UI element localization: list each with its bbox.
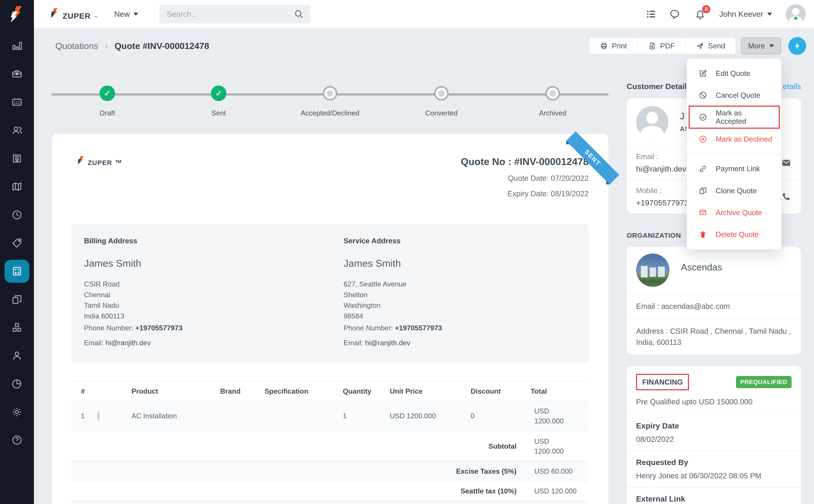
- menu-divider: [687, 154, 781, 154]
- menu-item-cancel-quote[interactable]: Cancel Quote: [687, 84, 781, 106]
- service-lines: 627, Seattle Avenue Shelton Washington 9…: [343, 280, 589, 320]
- quick-actions-button[interactable]: [788, 37, 806, 55]
- edit-icon: [699, 69, 707, 78]
- mobile-label: Mobile :: [636, 186, 689, 195]
- mobile-value: +19705577973: [636, 198, 689, 207]
- menu-item-label: Edit Quote: [716, 69, 750, 78]
- menu-item-edit-quote[interactable]: Edit Quote: [687, 63, 781, 84]
- breadcrumb-quotations[interactable]: Quotations: [55, 41, 98, 51]
- menu-item-delete-quote[interactable]: Delete Quote: [687, 224, 781, 245]
- cell-product: AC Installation: [131, 412, 220, 420]
- address-line: Shelton: [343, 291, 589, 299]
- total-row: Total USD 1380.000: [71, 501, 589, 504]
- menu-list-icon[interactable]: [646, 9, 657, 20]
- sidebar-item-help[interactable]: [0, 426, 34, 454]
- total-value: USD 1380.000: [531, 503, 589, 504]
- sidebar-item-schedule[interactable]: [0, 88, 34, 116]
- print-button[interactable]: Print: [589, 37, 638, 54]
- sidebar-item-reports[interactable]: [0, 370, 34, 398]
- step-pending-icon: [546, 86, 560, 101]
- financing-card: FINANCING PREQUALIFIED Pre Qualified upt…: [627, 366, 801, 504]
- expiry-date-value: 08/02/2022: [636, 435, 792, 444]
- menu-item-label: Cancel Quote: [716, 91, 761, 99]
- quote-status-stepper: ✓ Draft ✓ Sent Accepted/Declined Convert…: [52, 63, 609, 117]
- zuper-brand[interactable]: ZUPER™: [50, 8, 97, 21]
- lightning-icon: [793, 42, 801, 50]
- send-button[interactable]: Send: [686, 37, 736, 54]
- col-total: Total: [531, 387, 589, 395]
- menu-item-mark-as-accepted[interactable]: Mark as Accepted: [687, 106, 781, 128]
- address-line: Washington: [343, 302, 589, 309]
- sidebar-item-settings[interactable]: [0, 398, 34, 426]
- envelope-icon[interactable]: [781, 158, 791, 168]
- pdf-button[interactable]: PDF: [638, 37, 686, 54]
- phone-icon[interactable]: [781, 192, 791, 202]
- financing-expiry: Expiry Date 08/02/2022: [627, 415, 801, 451]
- external-link-label: External Link: [636, 494, 792, 503]
- line-items-table: # Product Brand Specification Quantity U…: [71, 381, 589, 504]
- organization-photo: [636, 254, 670, 287]
- customer-details-title: Customer Details: [627, 82, 691, 91]
- col-discount: Discount: [471, 387, 531, 395]
- step-check-icon: ✓: [100, 86, 115, 101]
- sidebar-item-pricebook[interactable]: [0, 229, 34, 257]
- cancel-icon: [699, 91, 707, 100]
- menu-item-clone-quote[interactable]: Clone Quote: [687, 180, 781, 202]
- customer-mobile-text: Mobile : +19705577973: [636, 186, 689, 207]
- chat-icon[interactable]: [670, 9, 681, 20]
- phone-label: Phone Number:: [343, 324, 393, 332]
- seattle-tax-value: USD 120.000: [531, 483, 589, 499]
- page-title: Quote #INV-000012478: [115, 41, 209, 51]
- trash-icon: [699, 230, 707, 239]
- billing-email: Email: hi@ranjith.dev: [84, 339, 330, 347]
- brand-tm: ™: [115, 159, 122, 167]
- col-quantity: Quantity: [343, 387, 390, 395]
- sidebar-item-users[interactable]: [0, 342, 34, 370]
- send-icon: [696, 42, 704, 50]
- menu-item-archive-quote[interactable]: Archive Quote: [687, 202, 781, 224]
- menu-item-payment-link[interactable]: Payment Link: [687, 158, 781, 180]
- sidebar-item-quotes[interactable]: [0, 257, 34, 285]
- notification-badge: 0: [702, 5, 710, 13]
- sidebar-item-timesheet[interactable]: [0, 201, 34, 229]
- customer-details-link[interactable]: etails: [783, 82, 801, 91]
- organization-summary: Ascendas: [627, 247, 801, 294]
- sidebar-item-service-area[interactable]: [0, 173, 34, 201]
- step-draft: ✓ Draft: [52, 86, 163, 117]
- search-input[interactable]: [167, 10, 293, 19]
- user-menu[interactable]: John Keever: [719, 10, 772, 19]
- more-button[interactable]: More: [741, 37, 781, 54]
- send-label: Send: [708, 42, 725, 50]
- sidebar-item-dashboard[interactable]: [0, 32, 34, 60]
- step-label: Archived: [539, 109, 567, 117]
- brand-tm: ™: [94, 15, 97, 20]
- x-circle-icon: [699, 135, 707, 144]
- link-icon: [699, 164, 707, 173]
- sidebar-item-properties[interactable]: [0, 144, 34, 173]
- organization-name: Ascendas: [681, 262, 722, 273]
- new-button[interactable]: New: [114, 10, 138, 19]
- customers-icon: [11, 124, 23, 136]
- step-pending-icon: [434, 86, 449, 101]
- zuper-logo-icon[interactable]: [0, 0, 34, 29]
- new-label: New: [114, 10, 130, 19]
- col-brand: Brand: [220, 387, 264, 395]
- sidebar-item-assets[interactable]: [0, 313, 34, 342]
- user-avatar[interactable]: [786, 4, 806, 24]
- requested-by-value: Henry Jones at 06/30/2022 08:05 PM: [636, 472, 792, 480]
- caret-down-icon: [133, 13, 138, 16]
- sidebar-item-jobs[interactable]: [0, 60, 34, 88]
- bell-icon[interactable]: 0: [695, 9, 706, 20]
- menu-item-mark-as-declined[interactable]: Mark as Declined: [687, 128, 781, 150]
- more-dropdown-menu: Edit Quote Cancel Quote Mark as Accepted…: [687, 58, 782, 250]
- cell-total: USD 1200.000: [531, 403, 589, 429]
- email-label: Email :: [636, 152, 686, 161]
- sidebar-item-invoices[interactable]: [0, 285, 34, 314]
- sidebar-nav: [0, 32, 34, 454]
- financing-header: FINANCING PREQUALIFIED: [627, 366, 801, 396]
- sidebar-item-customers[interactable]: [0, 116, 34, 145]
- address-line: Tamil Nadu: [84, 302, 330, 309]
- search-icon[interactable]: [293, 9, 304, 20]
- user-name: John Keever: [719, 10, 763, 19]
- tag-icon: [11, 237, 23, 249]
